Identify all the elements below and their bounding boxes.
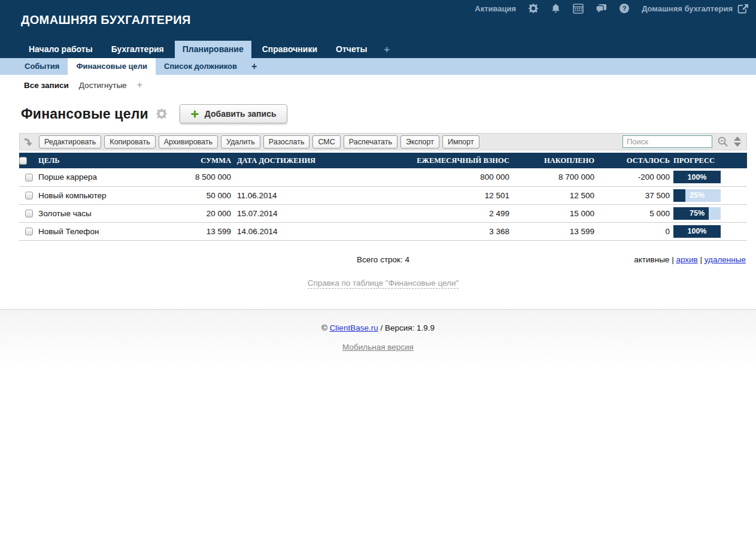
import-button[interactable]: Импорт bbox=[442, 135, 479, 149]
account-menu[interactable]: Домашняя бухгалтерия bbox=[642, 4, 749, 14]
column-header-amount[interactable]: СУММА bbox=[182, 153, 235, 168]
calendar-icon[interactable] bbox=[573, 3, 584, 14]
svg-text:?: ? bbox=[623, 5, 627, 12]
delete-button[interactable]: Удалить bbox=[221, 135, 260, 149]
add-viewtab-button[interactable]: + bbox=[137, 80, 142, 90]
edit-button[interactable]: Редактировать bbox=[39, 135, 101, 149]
mobile-version-line: Мобильная версия bbox=[0, 341, 756, 352]
progress-cell: 100% bbox=[673, 222, 747, 240]
subtab-events[interactable]: События bbox=[16, 58, 68, 75]
table-row[interactable]: Новый Телефон 13 599 14.06.2014 3 368 13… bbox=[19, 222, 747, 240]
main-tab-directories[interactable]: Справочники bbox=[254, 41, 325, 58]
copy-button[interactable]: Копировать bbox=[104, 135, 155, 149]
column-header-left[interactable]: ОСТАЛОСЬ bbox=[598, 153, 673, 168]
add-record-label: Добавить запись bbox=[205, 109, 277, 119]
export-button[interactable]: Экспорт bbox=[400, 135, 439, 149]
table-row[interactable]: Порше каррера 8 500 000 800 000 8 700 00… bbox=[19, 168, 747, 186]
collapse-toolbar-icon[interactable] bbox=[23, 137, 34, 147]
progress-cell: 100% bbox=[673, 168, 747, 186]
table-row[interactable]: Золотые часы 20 000 15.07.2014 2 499 15 … bbox=[19, 204, 747, 222]
search-icon[interactable] bbox=[717, 136, 729, 148]
help-icon[interactable]: ? bbox=[619, 3, 630, 14]
financial-goals-table: ЦЕЛЬ СУММА ДАТА ДОСТИЖЕНИЯ ЕЖЕМЕСЯЧНЫЙ В… bbox=[19, 153, 747, 241]
row-checkbox[interactable] bbox=[25, 210, 33, 217]
subtab-financial-goals[interactable]: Финансовые цели bbox=[68, 58, 156, 75]
progress-label: 25% bbox=[673, 189, 721, 202]
utility-bar: Активация ? Домашняя бухгалтерия bbox=[475, 3, 749, 14]
table-header-row: ЦЕЛЬ СУММА ДАТА ДОСТИЖЕНИЯ ЕЖЕМЕСЯЧНЫЙ В… bbox=[19, 153, 747, 168]
viewtab-all-records[interactable]: Все записи bbox=[24, 81, 79, 90]
activation-link[interactable]: Активация bbox=[475, 4, 516, 13]
progress-bar: 100% bbox=[673, 171, 721, 183]
left-cell: 0 bbox=[598, 222, 673, 240]
archive-button[interactable]: Архивировать bbox=[159, 135, 218, 149]
column-header-date[interactable]: ДАТА ДОСТИЖЕНИЯ bbox=[235, 153, 375, 168]
saved-cell: 15 000 bbox=[513, 204, 598, 222]
left-cell: 5 000 bbox=[598, 204, 673, 222]
version-text: / Версия: 1.9.9 bbox=[378, 323, 435, 332]
date-cell: 11.06.2014 bbox=[235, 186, 375, 204]
add-subtab-button[interactable]: + bbox=[245, 58, 263, 75]
date-cell: 14.06.2014 bbox=[235, 222, 375, 240]
row-checkbox[interactable] bbox=[25, 174, 33, 181]
table-settings-gear-icon[interactable] bbox=[156, 108, 168, 120]
subtab-debtors-list[interactable]: Список должников bbox=[156, 58, 245, 75]
sms-button[interactable]: СМС bbox=[312, 135, 340, 149]
plus-icon bbox=[190, 110, 199, 119]
send-button[interactable]: Разослать bbox=[263, 135, 310, 149]
column-header-progress[interactable]: ПРОГРЕСС bbox=[673, 153, 747, 168]
total-rows-label: Всего строк: 4 bbox=[357, 255, 409, 264]
main-tab-reports[interactable]: Отчеты bbox=[328, 41, 375, 58]
date-cell: 15.07.2014 bbox=[235, 204, 375, 222]
add-record-button[interactable]: Добавить запись bbox=[180, 104, 287, 123]
external-link-icon bbox=[737, 4, 749, 14]
goal-cell: Новый Телефон bbox=[38, 222, 182, 240]
column-header-monthly[interactable]: ЕЖЕМЕСЯЧНЫЙ ВЗНОС bbox=[375, 153, 513, 168]
goal-cell: Золотые часы bbox=[38, 204, 182, 222]
sort-down-icon bbox=[734, 143, 741, 147]
bell-icon[interactable] bbox=[551, 3, 561, 14]
table-help-link[interactable]: Справка по таблице "Финансовые цели" bbox=[308, 278, 459, 289]
goal-cell: Новый компьютер bbox=[38, 186, 182, 204]
left-cell: 37 500 bbox=[598, 186, 673, 204]
column-header-saved[interactable]: НАКОПЛЕНО bbox=[513, 153, 598, 168]
row-checkbox[interactable] bbox=[25, 192, 33, 199]
messages-icon[interactable] bbox=[596, 3, 607, 14]
top-bar: ДОМАШНЯЯ БУХГАЛТЕРИЯ Активация ? Домашня… bbox=[0, 0, 756, 58]
main-tab-accounting[interactable]: Бухгалтерия bbox=[104, 41, 172, 58]
table-row[interactable]: Новый компьютер 50 000 11.06.2014 12 501… bbox=[19, 186, 747, 204]
monthly-cell: 12 501 bbox=[375, 186, 513, 204]
clientbase-link[interactable]: ClientBase.ru bbox=[330, 323, 378, 332]
amount-cell: 50 000 bbox=[182, 186, 235, 204]
progress-bar: 75% bbox=[673, 207, 721, 220]
add-main-tab-button[interactable]: + bbox=[378, 41, 396, 58]
filter-archive-link[interactable]: архив bbox=[676, 255, 697, 264]
amount-cell: 20 000 bbox=[182, 204, 235, 222]
table-toolbar: Редактировать Копировать Архивировать Уд… bbox=[19, 133, 747, 150]
progress-label: 75% bbox=[673, 207, 721, 220]
progress-label: 100% bbox=[673, 171, 721, 183]
record-filters: активные | архив | удаленные bbox=[634, 255, 746, 264]
main-tab-planning[interactable]: Планирование bbox=[175, 41, 251, 58]
sort-up-icon bbox=[734, 137, 741, 141]
date-cell bbox=[235, 168, 375, 186]
print-button[interactable]: Распечатать bbox=[344, 135, 397, 149]
row-checkbox[interactable] bbox=[25, 228, 33, 235]
gear-icon[interactable] bbox=[528, 3, 539, 14]
page-title: Финансовые цели bbox=[21, 106, 148, 122]
filter-deleted-link[interactable]: удаленные bbox=[705, 255, 746, 264]
viewtab-achieved[interactable]: Достигнутые bbox=[79, 81, 137, 90]
amount-cell: 13 599 bbox=[182, 222, 235, 240]
column-header-goal[interactable]: ЦЕЛЬ bbox=[38, 153, 182, 168]
mobile-version-link[interactable]: Мобильная версия bbox=[342, 343, 414, 352]
search-input[interactable] bbox=[623, 135, 712, 148]
page-header: Финансовые цели Добавить запись bbox=[21, 104, 756, 123]
filter-separator: | bbox=[672, 255, 674, 264]
copyright-symbol: © bbox=[321, 323, 327, 332]
sort-toggle[interactable] bbox=[734, 137, 743, 147]
account-label: Домашняя бухгалтерия bbox=[642, 4, 733, 13]
monthly-cell: 800 000 bbox=[375, 168, 513, 186]
select-all-checkbox[interactable] bbox=[19, 157, 27, 165]
main-tab-getting-started[interactable]: Начало работы bbox=[21, 41, 101, 58]
sub-nav: События Финансовые цели Список должников… bbox=[0, 58, 756, 75]
